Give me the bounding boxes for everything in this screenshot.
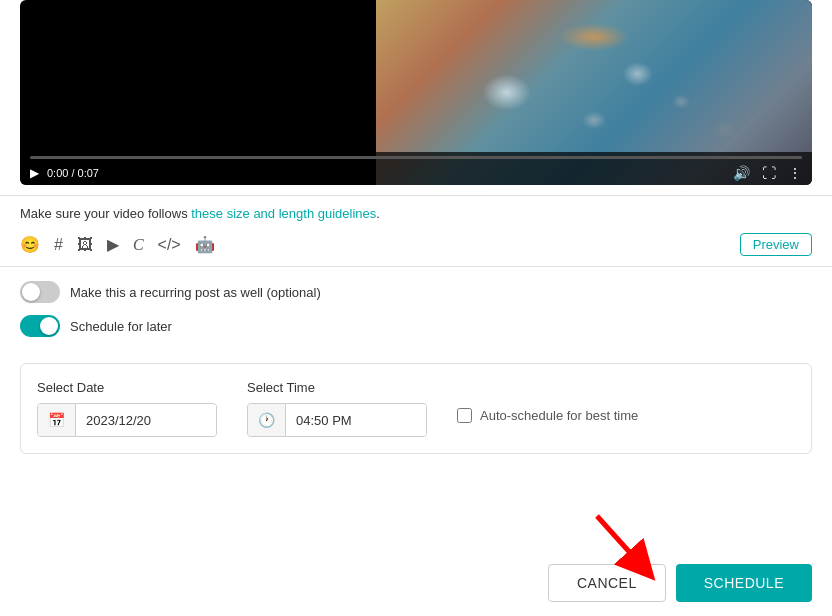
clock-icon: 🕐	[248, 404, 286, 436]
date-field-group: Select Date 📅	[37, 380, 217, 437]
video-controls: ▶ 0:00 / 0:07 🔊 ⛶ ⋮	[20, 152, 812, 185]
recurring-toggle-knob	[22, 283, 40, 301]
modal-container: ▶ 0:00 / 0:07 🔊 ⛶ ⋮ Make sure your video…	[0, 0, 832, 616]
auto-schedule-checkbox[interactable]	[457, 408, 472, 423]
video-controls-left: ▶ 0:00 / 0:07	[30, 166, 99, 180]
date-input[interactable]	[76, 405, 216, 436]
toolbar-section: 😊 # 🖼 ▶ C </> 🤖 Preview	[0, 229, 832, 267]
footer-section: CANCEL SCHEDULE	[0, 550, 832, 616]
auto-schedule-row: Auto-schedule for best time	[457, 408, 638, 423]
toolbar-icons: 😊 # 🖼 ▶ C </> 🤖	[20, 235, 215, 254]
cancel-button[interactable]: CANCEL	[548, 564, 666, 602]
time-label: Select Time	[247, 380, 427, 395]
time-field-group: Select Time 🕐	[247, 380, 427, 437]
more-options-icon[interactable]: ⋮	[788, 165, 802, 181]
auto-schedule-label: Auto-schedule for best time	[480, 408, 638, 423]
code-icon[interactable]: </>	[158, 236, 181, 254]
schedule-section: Select Date 📅 Select Time 🕐 Auto-schedul…	[20, 363, 812, 454]
recurring-toggle[interactable]	[20, 281, 60, 303]
video-controls-row: ▶ 0:00 / 0:07 🔊 ⛶ ⋮	[30, 165, 802, 181]
robot-icon[interactable]: 🤖	[195, 235, 215, 254]
volume-icon[interactable]: 🔊	[733, 165, 750, 181]
schedule-button[interactable]: SCHEDULE	[676, 564, 812, 602]
time-display: 0:00 / 0:07	[47, 167, 99, 179]
play-button[interactable]: ▶	[30, 166, 39, 180]
font-icon[interactable]: C	[133, 236, 144, 254]
hashtag-icon[interactable]: #	[54, 236, 63, 254]
guidelines-section: Make sure your video follows these size …	[0, 196, 832, 229]
schedule-later-label: Schedule for later	[70, 319, 172, 334]
video-controls-right: 🔊 ⛶ ⋮	[733, 165, 802, 181]
video-progress-bar[interactable]	[30, 156, 802, 159]
recurring-toggle-row: Make this a recurring post as well (opti…	[20, 281, 812, 303]
emoji-icon[interactable]: 😊	[20, 235, 40, 254]
video-section: ▶ 0:00 / 0:07 🔊 ⛶ ⋮	[0, 0, 832, 196]
schedule-later-toggle-knob	[40, 317, 58, 335]
schedule-fields: Select Date 📅 Select Time 🕐 Auto-schedul…	[37, 380, 795, 437]
guidelines-suffix: .	[376, 206, 380, 221]
calendar-icon: 📅	[38, 404, 76, 436]
date-input-wrapper: 📅	[37, 403, 217, 437]
guidelines-link[interactable]: these size and length guidelines	[191, 206, 376, 221]
recurring-label: Make this a recurring post as well (opti…	[70, 285, 321, 300]
video-player[interactable]: ▶ 0:00 / 0:07 🔊 ⛶ ⋮	[20, 0, 812, 185]
schedule-toggle-row: Schedule for later	[20, 315, 812, 337]
schedule-later-toggle[interactable]	[20, 315, 60, 337]
guidelines-prefix: Make sure your video follows	[20, 206, 191, 221]
time-input-wrapper: 🕐	[247, 403, 427, 437]
preview-button[interactable]: Preview	[740, 233, 812, 256]
fullscreen-icon[interactable]: ⛶	[762, 165, 776, 181]
play-circle-icon[interactable]: ▶	[107, 235, 119, 254]
date-label: Select Date	[37, 380, 217, 395]
image-icon[interactable]: 🖼	[77, 236, 93, 254]
time-input[interactable]	[286, 405, 426, 436]
options-section: Make this a recurring post as well (opti…	[0, 267, 832, 363]
guidelines-text: Make sure your video follows these size …	[20, 206, 812, 221]
